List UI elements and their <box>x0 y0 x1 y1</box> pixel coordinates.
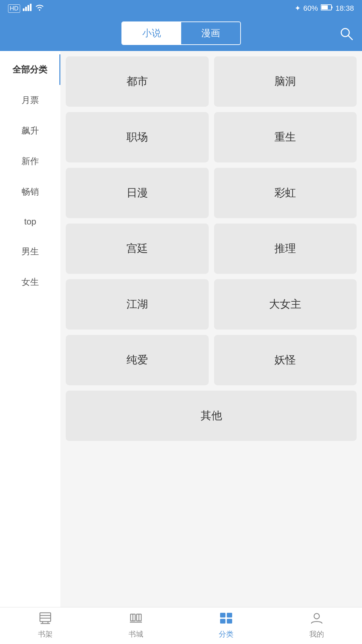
svg-rect-3 <box>30 4 32 11</box>
category-jianghu[interactable]: 江湖 <box>66 279 209 330</box>
sidebar-item-rising[interactable]: 飙升 <box>0 115 60 146</box>
svg-rect-23 <box>220 619 225 624</box>
category-riman[interactable]: 日漫 <box>66 168 209 218</box>
category-qita[interactable]: 其他 <box>66 391 357 441</box>
sidebar-item-top[interactable]: top <box>0 207 60 236</box>
battery-icon <box>321 4 333 13</box>
content-area: 全部分类 月票 飙升 新作 畅销 top 男生 女生 都市 脑洞 <box>0 51 362 607</box>
sidebar-item-new[interactable]: 新作 <box>0 146 60 177</box>
svg-rect-6 <box>331 6 332 8</box>
category-yaoguai[interactable]: 妖怪 <box>214 335 357 385</box>
svg-rect-22 <box>227 613 232 617</box>
bookcity-icon <box>129 612 143 627</box>
category-tuili[interactable]: 推理 <box>214 224 357 274</box>
search-button[interactable] <box>339 27 354 41</box>
category-naodong[interactable]: 脑洞 <box>214 56 357 107</box>
svg-rect-24 <box>227 619 232 624</box>
category-chongsheng[interactable]: 重生 <box>214 112 357 162</box>
nav-category[interactable]: 分类 <box>181 612 272 639</box>
category-dushi[interactable]: 都市 <box>66 56 209 107</box>
nav-category-label: 分类 <box>219 629 234 639</box>
tab-novel[interactable]: 小说 <box>122 22 181 44</box>
svg-point-8 <box>341 29 349 37</box>
nav-profile[interactable]: 我的 <box>271 612 362 639</box>
status-left: HD <box>8 4 44 13</box>
sidebar-item-all[interactable]: 全部分类 <box>0 54 60 85</box>
nav-bookshelf[interactable]: 书架 <box>0 612 91 639</box>
time-display: 18:38 <box>335 4 354 13</box>
hd-badge: HD <box>8 4 20 13</box>
wifi-icon <box>35 4 44 13</box>
bottom-nav: 书架 书城 分类 <box>0 607 362 644</box>
sidebar: 全部分类 月票 飙升 新作 畅销 top 男生 女生 <box>0 51 60 607</box>
sidebar-item-female[interactable]: 女生 <box>0 267 60 297</box>
nav-bookcity[interactable]: 书城 <box>91 612 181 639</box>
svg-rect-7 <box>321 5 328 9</box>
category-icon <box>219 612 233 627</box>
svg-rect-1 <box>25 7 27 11</box>
tab-comic[interactable]: 漫画 <box>181 22 240 44</box>
category-chunai[interactable]: 纯爱 <box>66 335 209 385</box>
tab-group[interactable]: 小说 漫画 <box>121 21 241 45</box>
category-zhichang[interactable]: 职场 <box>66 112 209 162</box>
svg-rect-21 <box>220 613 225 617</box>
sidebar-item-male[interactable]: 男生 <box>0 236 60 267</box>
status-bar: HD ✦ 60% 18 <box>0 0 362 17</box>
category-danvzhu[interactable]: 大女主 <box>214 279 357 330</box>
bluetooth-icon: ✦ <box>295 4 301 13</box>
category-gongting[interactable]: 宫廷 <box>66 224 209 274</box>
nav-profile-label: 我的 <box>309 629 324 639</box>
svg-rect-10 <box>40 613 51 622</box>
svg-point-25 <box>314 613 319 619</box>
battery-text: 60% <box>303 4 318 13</box>
svg-point-4 <box>39 9 40 11</box>
nav-bookshelf-label: 书架 <box>38 629 53 639</box>
sidebar-item-monthly[interactable]: 月票 <box>0 85 60 115</box>
bookshelf-icon <box>39 612 52 627</box>
svg-rect-2 <box>28 5 29 11</box>
profile-icon <box>310 612 323 627</box>
sidebar-item-bestseller[interactable]: 畅销 <box>0 177 60 207</box>
nav-bookcity-label: 书城 <box>128 629 143 639</box>
category-caihong[interactable]: 彩虹 <box>214 168 357 218</box>
svg-rect-0 <box>23 8 24 11</box>
category-grid: 都市 脑洞 职场 重生 日漫 彩虹 宫廷 推理 江湖 大女主 纯爱 <box>60 51 362 607</box>
header: 小说 漫画 <box>0 17 362 51</box>
signal-icon <box>23 4 32 13</box>
svg-line-9 <box>348 36 353 40</box>
status-right: ✦ 60% 18:38 <box>295 4 354 13</box>
